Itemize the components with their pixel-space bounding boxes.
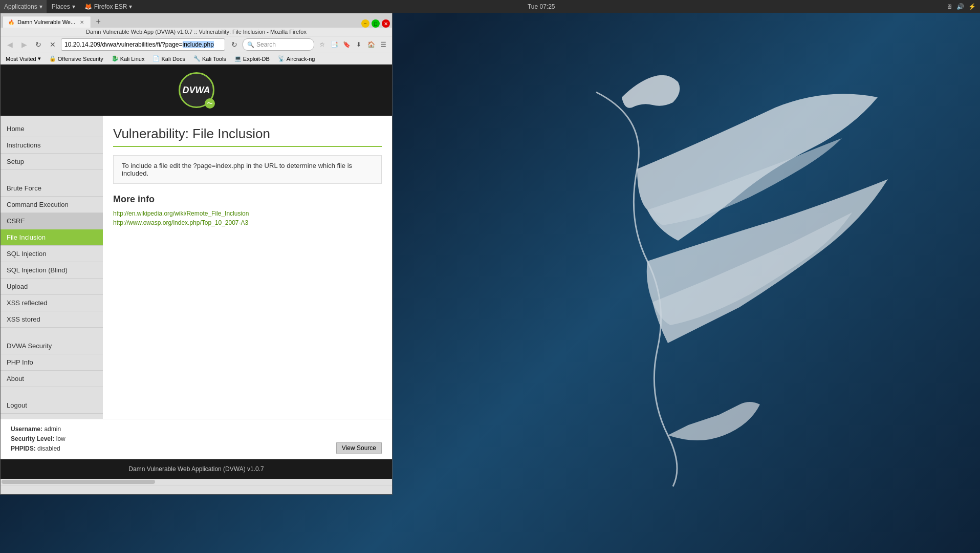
tab-bar: 🔥 Damn Vulnerable We... ✕ + − □ ✕ bbox=[1, 13, 392, 28]
bookmark-star-button[interactable]: ☆ bbox=[316, 39, 328, 50]
footer-security-row: Security Level: low bbox=[11, 434, 66, 444]
kali-linux-bookmark[interactable]: 🐉 Kali Linux bbox=[108, 54, 148, 63]
sound-icon: 🔊 bbox=[956, 3, 964, 10]
tab-close-button[interactable]: ✕ bbox=[78, 18, 85, 26]
download-button[interactable]: ⬇ bbox=[353, 39, 364, 50]
taskbar: Applications ▾ Places ▾ 🦊 Firefox ESR ▾ … bbox=[0, 0, 980, 13]
sidebar-item-xss-stored[interactable]: XSS stored bbox=[1, 311, 103, 328]
sidebar-item-dvwa-security[interactable]: DVWA Security bbox=[1, 338, 103, 354]
sidebar-divider-1 bbox=[1, 170, 103, 180]
applications-menu[interactable]: Applications ▾ bbox=[0, 0, 47, 13]
home-button[interactable]: 🏠 bbox=[365, 39, 377, 50]
sidebar-item-csrf[interactable]: CSRF bbox=[1, 213, 103, 229]
new-tab-button[interactable]: + bbox=[92, 15, 104, 28]
pocket-button[interactable]: 🔖 bbox=[341, 39, 352, 50]
reading-list-button[interactable]: 📑 bbox=[329, 39, 340, 50]
sidebar-divider-3 bbox=[1, 387, 103, 397]
most-visited-bookmark[interactable]: Most Visited ▾ bbox=[3, 54, 44, 63]
dvwa-logo-badge: 〜 bbox=[205, 98, 215, 109]
info-link-1[interactable]: http://en.wikipedia.org/wiki/Remote_File… bbox=[113, 210, 382, 217]
exploit-db-bookmark[interactable]: 💻 Exploit-DB bbox=[231, 54, 273, 63]
taskbar-left: Applications ▾ Places ▾ 🦊 Firefox ESR ▾ bbox=[0, 0, 136, 13]
username-value: admin bbox=[44, 426, 61, 433]
battery-icon: ⚡ bbox=[968, 3, 976, 10]
security-value: low bbox=[56, 435, 66, 442]
kali-docs-bookmark[interactable]: 📄 Kali Docs bbox=[149, 54, 188, 63]
kali-docs-label: Kali Docs bbox=[161, 56, 185, 62]
firefox-menu[interactable]: 🦊 Firefox ESR ▾ bbox=[80, 0, 137, 13]
dvwa-main-layout: Home Instructions Setup Brute Force Comm… bbox=[1, 116, 392, 419]
dvwa-swirl-icon: 〜 bbox=[207, 99, 213, 108]
sidebar-item-about[interactable]: About bbox=[1, 371, 103, 387]
navigation-bar: ◀ ▶ ↻ ✕ 10.20.14.209/dvwa/vulnerabilitie… bbox=[1, 36, 392, 53]
sidebar-item-file-inclusion[interactable]: File Inclusion bbox=[1, 229, 103, 246]
sidebar-item-brute-force[interactable]: Brute Force bbox=[1, 180, 103, 197]
address-bar[interactable]: 10.20.14.209/dvwa/vulnerabilities/fi/?pa… bbox=[61, 38, 225, 51]
web-content: DVWA 〜 Home Instructions Setup Brute For… bbox=[1, 65, 392, 485]
window-title: Damn Vulnerable Web App (DVWA) v1.0.7 ::… bbox=[86, 29, 307, 35]
page-title: Vulnerability: File Inclusion bbox=[113, 126, 382, 147]
menu-button[interactable]: ☰ bbox=[378, 39, 389, 50]
sidebar-item-home[interactable]: Home bbox=[1, 121, 103, 137]
firefox-arrow: ▾ bbox=[129, 3, 132, 10]
applications-arrow: ▾ bbox=[39, 3, 42, 10]
places-arrow: ▾ bbox=[72, 3, 75, 10]
aircrack-ng-bookmark[interactable]: 📡 Aircrack-ng bbox=[275, 54, 318, 63]
sidebar-item-xss-reflected[interactable]: XSS reflected bbox=[1, 295, 103, 311]
sidebar-divider-2 bbox=[1, 328, 103, 338]
sidebar-item-sql-injection-blind[interactable]: SQL Injection (Blind) bbox=[1, 262, 103, 279]
network-icon: 🖥 bbox=[946, 3, 952, 10]
sidebar-item-instructions[interactable]: Instructions bbox=[1, 137, 103, 154]
forward-button[interactable]: ▶ bbox=[18, 38, 30, 51]
most-visited-label: Most Visited bbox=[6, 56, 36, 62]
sidebar-item-logout[interactable]: Logout bbox=[1, 397, 103, 414]
kali-tools-bookmark[interactable]: 🔧 Kali Tools bbox=[190, 54, 229, 63]
maximize-button[interactable]: □ bbox=[372, 19, 380, 28]
more-info-title: More info bbox=[113, 194, 382, 205]
sidebar-item-php-info[interactable]: PHP Info bbox=[1, 354, 103, 371]
dvwa-bottom-bar: Damn Vulnerable Web Application (DVWA) v… bbox=[1, 459, 392, 479]
sidebar-item-setup[interactable]: Setup bbox=[1, 154, 103, 170]
minimize-button[interactable]: − bbox=[361, 19, 369, 28]
close-button[interactable]: ✕ bbox=[382, 19, 390, 28]
dvwa-logo-text: DVWA bbox=[183, 86, 210, 95]
kali-linux-icon: 🐉 bbox=[112, 55, 119, 62]
sidebar-item-upload[interactable]: Upload bbox=[1, 279, 103, 295]
kali-linux-label: Kali Linux bbox=[120, 56, 145, 62]
sidebar-item-sql-injection[interactable]: SQL Injection bbox=[1, 246, 103, 262]
tab-label: Damn Vulnerable We... bbox=[17, 19, 75, 25]
kali-dragon-logo bbox=[391, 67, 980, 502]
refresh-button[interactable]: ↻ bbox=[228, 38, 241, 51]
footer-info: Username: admin Security Level: low PHPI… bbox=[11, 424, 66, 454]
phpids-value: disabled bbox=[37, 445, 60, 452]
places-menu[interactable]: Places ▾ bbox=[48, 0, 79, 13]
sidebar-item-command-execution[interactable]: Command Execution bbox=[1, 197, 103, 213]
view-source-button[interactable]: View Source bbox=[336, 442, 382, 454]
exploit-db-icon: 💻 bbox=[234, 55, 242, 62]
exploit-db-label: Exploit-DB bbox=[243, 56, 270, 62]
places-label: Places bbox=[52, 3, 70, 10]
info-link-2[interactable]: http://www.owasp.org/index.php/Top_10_20… bbox=[113, 219, 382, 226]
sidebar: Home Instructions Setup Brute Force Comm… bbox=[1, 116, 103, 419]
back-button[interactable]: ◀ bbox=[4, 38, 16, 51]
footer-username-row: Username: admin bbox=[11, 424, 66, 434]
security-label: Security Level: bbox=[11, 435, 54, 442]
address-text: 10.20.14.209/dvwa/vulnerabilities/fi/?pa… bbox=[64, 41, 183, 48]
search-box[interactable]: 🔍 Search bbox=[243, 38, 314, 51]
horizontal-scrollbar[interactable] bbox=[1, 479, 392, 485]
dvwa-logo-container: DVWA 〜 bbox=[179, 72, 214, 108]
aircrack-ng-label: Aircrack-ng bbox=[287, 56, 315, 62]
offensive-security-bookmark[interactable]: 🔒 Offensive Security bbox=[46, 54, 106, 63]
firefox-label: Firefox ESR bbox=[94, 3, 127, 10]
stop-button[interactable]: ✕ bbox=[47, 38, 59, 51]
content-area: Vulnerability: File Inclusion To include… bbox=[103, 116, 392, 419]
footer-phpids-row: PHPIDS: disabled bbox=[11, 444, 66, 454]
bookmarks-bar: Most Visited ▾ 🔒 Offensive Security 🐉 Ka… bbox=[1, 53, 392, 65]
active-tab[interactable]: 🔥 Damn Vulnerable We... ✕ bbox=[3, 16, 91, 28]
dvwa-bottom-text: Damn Vulnerable Web Application (DVWA) v… bbox=[128, 465, 264, 473]
window-controls: − □ ✕ bbox=[361, 19, 390, 28]
kali-docs-icon: 📄 bbox=[153, 55, 160, 62]
scrollbar-thumb[interactable] bbox=[2, 480, 155, 484]
title-bar: Damn Vulnerable Web App (DVWA) v1.0.7 ::… bbox=[1, 28, 392, 36]
reload-button[interactable]: ↻ bbox=[32, 38, 45, 51]
